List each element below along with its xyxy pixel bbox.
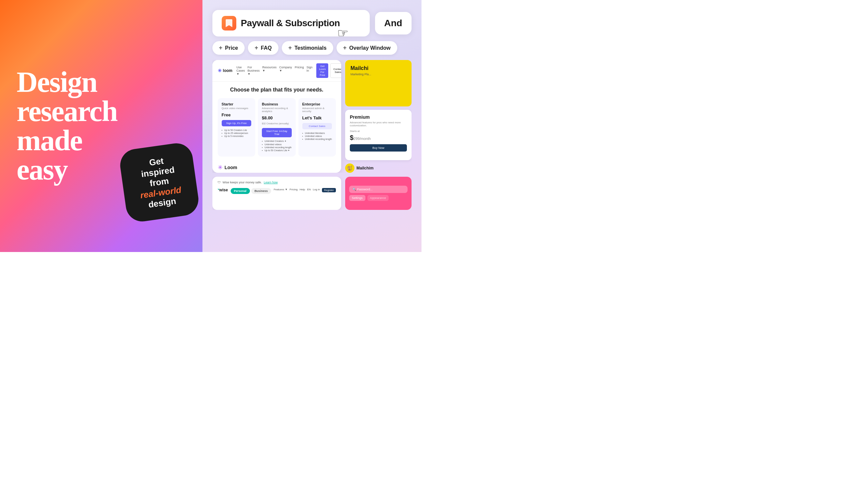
wise-tabs: Personal Business bbox=[231, 188, 271, 194]
wise-register-button[interactable]: Register bbox=[322, 188, 336, 192]
mailchimp-subtitle: Marketing Pla... bbox=[350, 73, 406, 76]
wise-safety-row: 🛡 Wise keeps your money safe. Learn how bbox=[218, 181, 336, 184]
tag-plus-icon: + bbox=[343, 44, 347, 51]
bottom-row: 🛡 Wise keeps your money safe. Learn how … bbox=[212, 177, 412, 210]
premium-price: $299/month bbox=[350, 134, 407, 142]
starter-features: Up to 50 Creators Lite Up to 25 videos/p… bbox=[222, 129, 251, 137]
tag-faq[interactable]: + FAQ bbox=[248, 41, 278, 55]
loom-star-icon: ✳ bbox=[218, 68, 222, 73]
tag-price[interactable]: + Price bbox=[212, 41, 245, 55]
loom-label-text: Loom bbox=[225, 165, 237, 170]
pink-tab1[interactable]: Settings bbox=[349, 195, 365, 201]
right-panel: Paywall & Subscription And ☞ + Price + F… bbox=[203, 0, 422, 252]
screenshot-side: Mailchi Marketing Pla... Premium Advance… bbox=[345, 60, 412, 173]
loom-nav-links: Use Cases ▼ For Business ▼ Resources ▼ C… bbox=[236, 66, 312, 76]
mailchimp-logo-icon: 🐒 bbox=[345, 163, 355, 173]
top-row: Paywall & Subscription And bbox=[212, 10, 412, 36]
premium-price-period: /month bbox=[359, 137, 371, 141]
wise-card: 🛡 Wise keeps your money safe. Learn how … bbox=[212, 177, 341, 210]
wise-login-link[interactable]: Log in bbox=[313, 188, 320, 192]
cursor-icon: ☞ bbox=[337, 26, 348, 40]
pink-input-search[interactable]: 🔍 Password... bbox=[349, 186, 408, 193]
pink-card: 🔍 Password... Settings Appearance bbox=[345, 177, 412, 210]
loom-bottom-label: ✳ Loom bbox=[212, 162, 341, 173]
pink-tab-row: Settings Appearance bbox=[349, 195, 408, 201]
premium-subtitle: Advanced features for pros who need more… bbox=[350, 121, 407, 127]
wise-learn-more-link[interactable]: Learn how bbox=[264, 181, 278, 184]
tag-testimonials[interactable]: + Testimonials bbox=[282, 41, 333, 55]
sticker-line1: Get bbox=[148, 156, 164, 168]
paywall-title: Paywall & Subscription bbox=[241, 18, 340, 29]
wise-shield-icon: 🛡 bbox=[218, 181, 221, 184]
tag-testimonials-label: Testimonials bbox=[294, 45, 327, 51]
loom-bottom-star-icon: ✳ bbox=[218, 164, 223, 171]
headline-line1: Design bbox=[17, 66, 97, 98]
tag-price-label: Price bbox=[225, 45, 238, 51]
pricing-card-starter: Starter Quick video messages Free Sign U… bbox=[218, 98, 255, 157]
pricing-cards: Starter Quick video messages Free Sign U… bbox=[218, 98, 336, 157]
premium-title: Premium bbox=[350, 114, 407, 120]
pink-tab2[interactable]: Appearance bbox=[367, 195, 389, 201]
business-cta-button[interactable]: Start Free 14-Day Trial bbox=[262, 128, 291, 137]
premium-starts-at: Starts at bbox=[350, 130, 407, 133]
loom-logo: ✳ loom bbox=[218, 68, 233, 73]
mailchimp2-label-text: Mailchim bbox=[357, 166, 373, 170]
loom-nav-buttons: Get Loom For Free Contact Sales bbox=[316, 63, 341, 78]
wise-tab-business[interactable]: Business bbox=[251, 188, 271, 194]
loom-get-free-button[interactable]: Get Loom For Free bbox=[316, 63, 328, 78]
tag-plus-icon: + bbox=[288, 44, 292, 51]
headline-line4: easy bbox=[17, 154, 67, 186]
tag-faq-label: FAQ bbox=[261, 45, 272, 51]
business-features: Unlimited Creators ✦ Unlimited videos Un… bbox=[262, 140, 291, 152]
tag-overlay-label: Overlay Window bbox=[349, 45, 390, 51]
left-panel: Design research made easy Get inspired f… bbox=[0, 0, 203, 252]
loom-logo-text: loom bbox=[223, 68, 233, 73]
and-text: And bbox=[384, 18, 402, 28]
mailchimp-yellow-card: Mailchi Marketing Pla... bbox=[345, 60, 412, 106]
headline-line2: research bbox=[17, 95, 117, 127]
screenshots-area: ✳ loom Use Cases ▼ For Business ▼ Resour… bbox=[212, 60, 412, 173]
loom-screenshot: ✳ loom Use Cases ▼ For Business ▼ Resour… bbox=[212, 60, 341, 173]
wise-logo: ᵛwise bbox=[218, 188, 228, 192]
premium-price-value: 299 bbox=[354, 137, 359, 141]
enterprise-cta-button[interactable]: Contact Sales bbox=[302, 123, 332, 129]
tag-plus-icon: + bbox=[219, 44, 223, 51]
and-card: And bbox=[375, 12, 412, 35]
tag-plus-icon: + bbox=[255, 44, 258, 51]
wise-nav-links: Features ▼ Pricing Help EN Log in Regist… bbox=[274, 188, 336, 192]
sticker: Get inspired from real-world design bbox=[118, 141, 200, 223]
loom-content: Choose the plan that fits your needs. St… bbox=[212, 82, 341, 162]
wise-tab-personal[interactable]: Personal bbox=[231, 188, 250, 194]
paywall-icon bbox=[222, 16, 236, 31]
tags-row: + Price + FAQ + Testimonials + Overlay W… bbox=[212, 41, 412, 55]
headline-line3: made bbox=[17, 124, 82, 157]
wise-nav-row: ᵛwise Personal Business Features ▼ Prici… bbox=[218, 186, 336, 194]
loom-heading: Choose the plan that fits your needs. bbox=[218, 87, 336, 93]
premium-buy-button[interactable]: Buy Now bbox=[350, 144, 407, 151]
pricing-card-enterprise: Enterprise Advanced admin & security Let… bbox=[298, 98, 336, 157]
loom-contact-sales-button[interactable]: Contact Sales bbox=[330, 63, 341, 78]
tag-overlay-window[interactable]: + Overlay Window bbox=[337, 41, 397, 55]
mailchimp-title: Mailchi bbox=[350, 65, 406, 71]
loom-nav: ✳ loom Use Cases ▼ For Business ▼ Resour… bbox=[212, 60, 341, 82]
starter-cta-button[interactable]: Sign Up, It's Free bbox=[222, 120, 251, 126]
premium-card: Premium Advanced features for pros who n… bbox=[345, 110, 412, 160]
pricing-card-business: Business Advanced recording & analytics … bbox=[258, 98, 295, 157]
mailchimp-label: 🐒 Mailchim bbox=[345, 163, 412, 173]
enterprise-features: Unlimited Members Unlimited videos Unlim… bbox=[302, 132, 332, 140]
